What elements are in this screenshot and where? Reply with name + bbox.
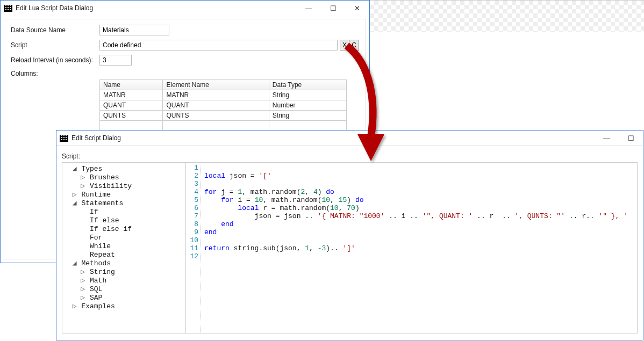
edit-script-dialog: Edit Script Dialog — ☐ Script: ◢ Types ▷… bbox=[56, 130, 643, 340]
snippet-tree[interactable]: ◢ Types ▷ Brushes ▷ Visibility ▷ Runtime… bbox=[62, 163, 186, 333]
app-icon bbox=[4, 5, 12, 12]
table-row[interactable]: QUANTQUANTNumber bbox=[100, 100, 347, 111]
checker-background bbox=[370, 0, 644, 32]
table-row[interactable] bbox=[100, 121, 347, 130]
tree-toggle-icon[interactable]: ▷ bbox=[80, 268, 85, 277]
tree-toggle-icon bbox=[80, 251, 85, 259]
minimize-button[interactable]: — bbox=[297, 1, 321, 16]
tree-toggle-icon[interactable]: ◢ bbox=[72, 165, 77, 173]
columns-label: Columns: bbox=[11, 70, 359, 77]
minimize-button[interactable]: — bbox=[595, 130, 619, 146]
script-label: Script: bbox=[62, 153, 638, 160]
tree-node[interactable]: For bbox=[63, 234, 184, 242]
code-editor[interactable]: 123456789101112 local json = '[' for j =… bbox=[186, 163, 637, 333]
line-gutter: 123456789101112 bbox=[186, 163, 201, 333]
code-area[interactable]: local json = '[' for j = 1, math.random(… bbox=[201, 163, 631, 333]
tree-node[interactable]: ▷ Runtime bbox=[63, 191, 184, 199]
maximize-button[interactable]: ☐ bbox=[321, 1, 345, 16]
tree-toggle-icon[interactable]: ▷ bbox=[80, 285, 85, 294]
titlebar[interactable]: Edit Script Dialog — ☐ bbox=[56, 130, 643, 146]
tree-node[interactable]: If else if bbox=[63, 225, 184, 234]
tree-node[interactable]: While bbox=[63, 242, 184, 251]
window-title: Edit Lua Script Data Dialog bbox=[16, 4, 93, 12]
data-source-label: Data Source Name bbox=[11, 26, 99, 34]
table-row[interactable]: MATNRMATNRString bbox=[100, 90, 347, 100]
tree-toggle-icon[interactable]: ▷ bbox=[80, 173, 85, 182]
column-header[interactable]: Name bbox=[100, 80, 163, 90]
tree-node[interactable]: ◢ Methods bbox=[63, 259, 184, 268]
tree-toggle-icon bbox=[80, 208, 85, 216]
close-button[interactable]: ✕ bbox=[345, 1, 369, 16]
window-controls: — ☐ ✕ bbox=[297, 1, 369, 16]
tree-toggle-icon[interactable]: ▷ bbox=[72, 191, 77, 199]
tree-toggle-icon[interactable]: ◢ bbox=[72, 199, 77, 208]
tree-node[interactable]: If bbox=[63, 208, 184, 216]
reload-label: Reload Interval (in seconds): bbox=[11, 56, 99, 64]
tree-node[interactable]: ◢ Statements bbox=[63, 199, 184, 208]
tree-toggle-icon bbox=[80, 242, 85, 251]
window-controls: — ☐ bbox=[595, 130, 643, 146]
column-header[interactable]: Element Name bbox=[163, 80, 269, 90]
script-label: Script bbox=[11, 41, 99, 49]
tree-node[interactable]: ▷ Math bbox=[63, 277, 184, 285]
titlebar[interactable]: Edit Lua Script Data Dialog — ☐ ✕ bbox=[1, 1, 369, 16]
script-input[interactable] bbox=[99, 40, 338, 50]
tree-node[interactable]: ▷ Brushes bbox=[63, 173, 184, 182]
tree-toggle-icon[interactable]: ▷ bbox=[80, 277, 85, 285]
tree-node[interactable]: ▷ SQL bbox=[63, 285, 184, 294]
tree-node[interactable]: ▷ SAP bbox=[63, 294, 184, 302]
tree-toggle-icon[interactable]: ▷ bbox=[80, 294, 85, 302]
tree-node[interactable]: ▷ Visibility bbox=[63, 182, 184, 191]
table-row[interactable]: QUNTSQUNTSString bbox=[100, 111, 347, 121]
tree-node[interactable]: ▷ Examples bbox=[63, 302, 184, 311]
tree-toggle-icon bbox=[80, 234, 85, 242]
column-header[interactable]: Data Type bbox=[269, 80, 346, 90]
tree-node[interactable]: ◢ Types bbox=[63, 165, 184, 173]
script-c-button[interactable]: C bbox=[349, 40, 359, 50]
data-source-input[interactable] bbox=[99, 25, 169, 35]
tree-toggle-icon[interactable]: ▷ bbox=[72, 302, 77, 311]
tree-toggle-icon[interactable]: ◢ bbox=[72, 259, 77, 268]
tree-node[interactable]: If else bbox=[63, 216, 184, 225]
tree-toggle-icon[interactable]: ▷ bbox=[80, 182, 85, 191]
app-icon bbox=[60, 135, 68, 142]
maximize-button[interactable]: ☐ bbox=[619, 130, 643, 146]
tree-node[interactable]: ▷ String bbox=[63, 268, 184, 277]
script-x-button[interactable]: X bbox=[340, 40, 349, 50]
tree-node[interactable]: Repeat bbox=[63, 251, 184, 259]
tree-toggle-icon bbox=[80, 225, 85, 234]
tree-toggle-icon bbox=[80, 216, 85, 225]
window-title: Edit Script Dialog bbox=[71, 134, 121, 142]
columns-table[interactable]: NameElement NameData Type MATNRMATNRStri… bbox=[99, 79, 347, 130]
reload-input[interactable] bbox=[99, 55, 132, 66]
